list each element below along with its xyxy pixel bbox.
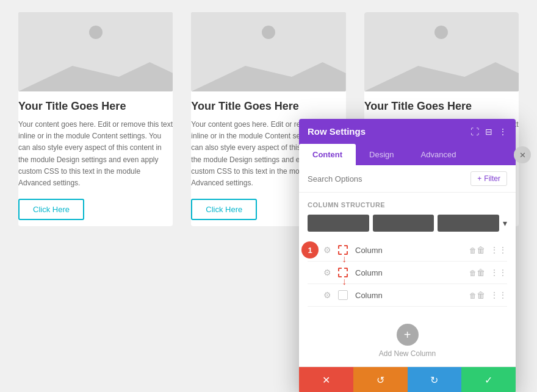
badge-1: 1 — [301, 241, 319, 258]
tab-advanced[interactable]: Advanced — [408, 144, 470, 165]
col-layout-btn-2[interactable] — [373, 215, 434, 232]
panel-header: Row Settings ⛶ ⊟ ⋮ — [299, 119, 516, 144]
column-structure-label: Column Structure — [308, 201, 507, 208]
col-row-actions-3: 🗑 ⋮ — [469, 290, 507, 300]
panel-body: + Filter Column Structure ▾ 1 — [299, 165, 516, 366]
card-body-1: Your Title Goes Here Your content goes h… — [18, 91, 173, 226]
expand-icon[interactable]: ⛶ — [470, 127, 479, 137]
tab-content[interactable]: Content — [299, 144, 356, 165]
main-content: Your Title Goes Here Your content goes h… — [0, 0, 537, 238]
search-input[interactable] — [308, 174, 466, 184]
col-row-actions-2: 🗑 ⋮ — [469, 268, 507, 277]
add-column-button[interactable]: + — [397, 324, 419, 346]
row-settings-panel: Row Settings ⛶ ⊟ ⋮ Content Design Advanc… — [299, 119, 516, 392]
tab-design[interactable]: Design — [356, 144, 407, 165]
dots-icon-2[interactable]: ⋮ — [490, 268, 507, 277]
col-row-actions-1: 🗑 ⋮ — [469, 245, 507, 255]
add-column-area: + Add New Column — [299, 315, 516, 366]
col-layout-btn-3[interactable] — [438, 215, 499, 232]
more-icon[interactable]: ⋮ — [499, 127, 507, 137]
cancel-icon: ✕ — [322, 374, 330, 386]
redo-button[interactable]: ↻ — [408, 367, 462, 392]
panel-title: Row Settings — [308, 126, 366, 137]
panel-close-button[interactable]: ✕ — [514, 146, 531, 163]
card-btn-1[interactable]: Click Here — [18, 199, 84, 220]
cancel-button[interactable]: ✕ — [299, 367, 353, 392]
col-row-label-3: Column — [355, 291, 469, 300]
gear-icon-1[interactable] — [321, 244, 333, 256]
column-structure-row: ▾ — [308, 215, 507, 232]
col-row-icons-3 — [321, 289, 349, 301]
card-title-2: Your Title Goes Here — [191, 100, 345, 113]
gear-icon-2[interactable] — [321, 266, 333, 279]
filter-label: Filter — [484, 174, 500, 183]
card-image-3 — [364, 12, 519, 91]
card-text-1: Your content goes here. Edit or remove t… — [18, 119, 173, 189]
columns-icon[interactable]: ⊟ — [485, 127, 492, 137]
card-1: Your Title Goes Here Your content goes h… — [18, 12, 173, 226]
copy-icon-3[interactable] — [337, 289, 349, 301]
card-title-3: Your Title Goes Here — [364, 100, 519, 113]
card-btn-2[interactable]: Click Here — [191, 199, 257, 220]
undo-button[interactable]: ↺ — [353, 367, 408, 392]
dots-icon-3[interactable]: ⋮ — [490, 290, 507, 300]
filter-plus-icon: + — [477, 174, 481, 183]
col-row-icons-1: ↓ — [321, 244, 349, 256]
trash-icon-2[interactable]: 🗑 — [469, 268, 485, 277]
trash-icon-1[interactable]: 🗑 — [469, 245, 485, 255]
copy-icon-1[interactable]: ↓ — [337, 244, 349, 256]
add-column-label: Add New Column — [379, 349, 436, 358]
panel-header-icons: ⛶ ⊟ ⋮ — [470, 127, 507, 137]
col-row-label-1: Column — [355, 246, 469, 255]
col-layout-btn-1[interactable] — [308, 215, 369, 232]
undo-icon: ↺ — [377, 374, 384, 386]
column-row-3: Column 🗑 ⋮ — [308, 284, 507, 307]
card-image-2 — [191, 12, 345, 91]
panel-tabs: Content Design Advanced — [299, 144, 516, 165]
redo-icon: ↻ — [430, 374, 438, 386]
gear-icon-3[interactable] — [321, 289, 333, 301]
trash-icon-3[interactable]: 🗑 — [469, 290, 485, 300]
column-structure-section: Column Structure ▾ 1 ↓ — [299, 193, 516, 315]
dots-icon-1[interactable]: ⋮ — [490, 245, 507, 255]
col-dropdown-arrow[interactable]: ▾ — [503, 218, 507, 228]
search-row: + Filter — [299, 165, 516, 193]
save-icon: ✓ — [485, 374, 492, 386]
panel-footer: ✕ ↺ ↻ ✓ — [299, 366, 516, 392]
col-row-label-2: Column — [355, 268, 469, 277]
filter-button[interactable]: + Filter — [470, 171, 507, 186]
card-title-1: Your Title Goes Here — [18, 100, 173, 113]
col-row-icons-2: ↓ — [321, 266, 349, 279]
save-button[interactable]: ✓ — [461, 367, 516, 392]
column-row-2: ↓ Column 🗑 ⋮ — [308, 262, 507, 284]
card-image-1 — [18, 12, 173, 91]
column-row-1: 1 ↓ Column 🗑 ⋮ — [308, 239, 507, 262]
copy-icon-2[interactable]: ↓ — [337, 266, 349, 279]
